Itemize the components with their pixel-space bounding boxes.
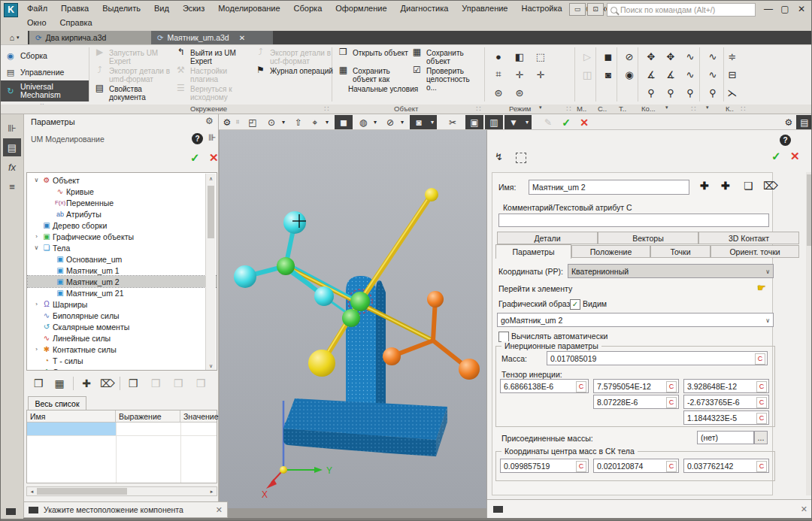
tree-item-peremennye[interactable]: F(x) Переменные	[28, 197, 217, 208]
help-icon[interactable]: ?	[192, 133, 203, 144]
tensor-r1c1-input[interactable]: 8.07228E-6 C	[593, 395, 679, 409]
tree-item-mayatnik-um-21[interactable]: ▣ Маятник_um 21	[28, 287, 217, 298]
k-icon-2[interactable]: ∿	[702, 65, 723, 83]
k-icon-5[interactable]: ⋋	[722, 83, 743, 101]
menu-item-7[interactable]: Оформление	[329, 1, 393, 15]
tab-vektory[interactable]: Векторы	[598, 232, 698, 244]
tensor-r1c2-input[interactable]: -2.6733765E-6 C	[683, 395, 769, 409]
gear-icon[interactable]: ⚙	[220, 115, 234, 129]
menu-item-3[interactable]: Вид	[147, 1, 176, 15]
filter-icon[interactable]: ▼	[504, 115, 523, 129]
selection-frame-icon[interactable]	[516, 153, 526, 163]
close-button[interactable]: ✕	[793, 4, 810, 14]
menu-item-10[interactable]: Настройка	[514, 1, 568, 15]
btn-operation-log[interactable]: ⚑Журнал операций	[255, 67, 333, 75]
btn-save-object-as[interactable]: ▦Сохранить объект как	[338, 67, 410, 83]
menu-item-2[interactable]: Выделить	[95, 1, 147, 15]
maximize-button[interactable]: ▢	[777, 4, 793, 14]
mode-icon-4[interactable]: ✛	[509, 65, 530, 83]
mode-icon-7[interactable]: ⊜	[509, 83, 530, 101]
fx-panel-icon[interactable]: fx	[3, 158, 21, 176]
btn-check-integrity[interactable]: ☑Проверить целостность о...	[411, 67, 482, 92]
command-search-input[interactable]: Поиск по командам (Alt+/)	[607, 3, 756, 17]
sidetab-upravlenie[interactable]: ▤ Управление	[1, 64, 89, 80]
panel-scrollbar[interactable]	[806, 172, 812, 495]
side-panel-icon[interactable]: ▤	[796, 115, 812, 129]
tree-item-spetsialnye-sily[interactable]: ❖ Специальные силы	[28, 366, 211, 371]
mode-icon-3[interactable]: ⌗	[488, 65, 509, 83]
chevron-down-icon[interactable]: ▾	[706, 105, 709, 111]
btn-exit-um-expert[interactable]: ↰Выйти из UM Expert	[175, 49, 253, 65]
com-y-input[interactable]: 0.020120874 C	[593, 459, 679, 473]
expander-icon[interactable]: ∨	[32, 244, 41, 251]
btn-plugin-settings[interactable]: ⚒Настройки плагина	[175, 67, 253, 83]
tree-item-skalyarnye-momenty[interactable]: ↺ Скалярные моменты	[28, 321, 211, 332]
tree-item-atributy[interactable]: ab Атрибуты	[28, 208, 217, 220]
btn-run-um-expert[interactable]: ▶Запустить UM Expert	[94, 49, 172, 65]
delete-item-icon[interactable]: ⌦	[98, 375, 117, 392]
scroll-thumb[interactable]	[807, 174, 812, 246]
message-bubble-icon[interactable]	[6, 508, 16, 515]
tab-dva-kirpicha[interactable]: ⟳ Два кирпича.a3d	[29, 31, 153, 44]
autocalc-checkbox[interactable]	[498, 332, 509, 342]
constant-badge[interactable]: C	[576, 381, 586, 392]
btn-save-object[interactable]: ▦Сохранить объект	[411, 49, 482, 65]
k-icon-3[interactable]: ⊟	[722, 65, 743, 83]
tree-scrollbar[interactable]: ∧ ∨	[205, 174, 216, 371]
ko-icon-1[interactable]: ✥	[660, 47, 681, 65]
tensor-r2c2-input[interactable]: 1.1844323E-5 C	[683, 410, 769, 425]
copy-icon[interactable]: ❏	[744, 180, 753, 192]
scroll-thumb[interactable]	[37, 488, 127, 495]
status-close-icon[interactable]: ✕	[216, 505, 223, 515]
home-button[interactable]: ⌂▾	[1, 31, 28, 44]
tab-orient-tochki[interactable]: Ориент. точки	[710, 245, 799, 258]
scroll-left-icon[interactable]: ◂	[27, 487, 37, 495]
scroll-down-icon[interactable]: ∨	[206, 361, 216, 371]
drag-handle-icon[interactable]: ⠿	[234, 115, 241, 129]
draft-mode-icon[interactable]: ▥	[485, 115, 503, 129]
chevron-down-icon[interactable]: ▾	[323, 115, 332, 129]
menu-item-5[interactable]: Моделирование	[211, 1, 286, 15]
screen-preview-icon[interactable]: ⊡	[587, 3, 604, 16]
table-hscrollbar[interactable]: ◂ ▸	[26, 486, 217, 496]
drag-handle-icon[interactable]: ∷	[741, 105, 745, 113]
constant-badge[interactable]: C	[756, 461, 767, 472]
help-icon[interactable]: ?	[780, 135, 791, 146]
tree-item-t-sily[interactable]: ◔ Т - силы	[28, 355, 211, 366]
window-layout-icon[interactable]: ▭	[569, 3, 586, 16]
btn-export-umd[interactable]: ⤴Экспорт детали в umd-формат	[94, 67, 172, 83]
s-icon-1[interactable]: ◙	[598, 65, 619, 83]
camera-icon[interactable]: ◙	[410, 115, 428, 129]
gear-icon[interactable]: ⚙	[781, 115, 796, 129]
confirm-icon[interactable]: ✓	[771, 150, 781, 163]
btn-document-properties[interactable]: ▤Свойства документа	[94, 85, 172, 101]
add-search-icon[interactable]: ✚	[721, 180, 730, 192]
expander-icon[interactable]: ›	[32, 301, 41, 307]
shaded-view-icon[interactable]: ◼	[335, 115, 353, 129]
com-x-input[interactable]: 0.099857519 C	[500, 459, 589, 473]
coords-select[interactable]: Кватернионный ∨	[568, 264, 774, 278]
parameters-panel-icon[interactable]: ▤	[3, 138, 21, 156]
tensor-r0c1-input[interactable]: 7.5795054E-12 C	[593, 379, 679, 393]
cancel-icon[interactable]: ✕	[577, 115, 592, 129]
tree-item-osnovanie-um[interactable]: ▣ Основание_um	[28, 253, 217, 265]
ko-icon-4[interactable]: ∡	[660, 65, 681, 83]
ko-icon-3[interactable]: ∡	[641, 65, 662, 83]
constant-badge[interactable]: C	[666, 461, 677, 472]
sidetab-universal-mechanism[interactable]: ↻ Universal Mechanism	[1, 80, 89, 101]
tree-item-graficheskie-obyekty[interactable]: › ▣ Графические объекты	[28, 231, 211, 242]
cancel-icon[interactable]: ✕	[209, 151, 219, 165]
tree-item-bipolyarnye-sily[interactable]: ∿ Биполярные силы	[28, 310, 211, 321]
ko-icon-6[interactable]: ⚲	[641, 83, 662, 101]
btn-open-object[interactable]: ❒Открыть объект	[338, 49, 410, 57]
scroll-thumb[interactable]	[208, 186, 214, 238]
tree-item-krivye[interactable]: ∿ Кривые	[28, 186, 217, 197]
menu-item-9[interactable]: Управление	[455, 1, 514, 15]
m-icon-1[interactable]: ◫	[577, 65, 598, 83]
tab-ves-spisok[interactable]: Весь список	[28, 396, 86, 410]
hide-icon[interactable]: ⊘	[383, 115, 398, 129]
constant-badge[interactable]: C	[755, 353, 765, 365]
btn-initial-conditions[interactable]: Начальные условия	[348, 85, 420, 93]
menu-item-4[interactable]: Эскиз	[176, 1, 211, 15]
tree-item-tela[interactable]: ∨ ❏ Тела	[28, 242, 211, 253]
